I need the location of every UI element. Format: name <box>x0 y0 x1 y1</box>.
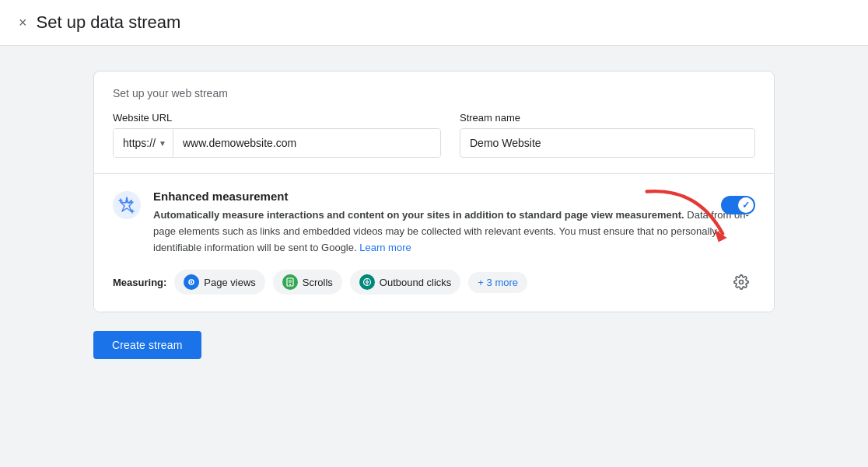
footer: Create stream <box>93 312 775 359</box>
scrolls-chip[interactable]: Scrolls <box>273 270 342 294</box>
enhanced-measurement-icon <box>113 191 141 219</box>
toggle-wrapper: ✓ <box>721 196 755 214</box>
enhanced-text-block: Enhanced measurement Automatically measu… <box>153 190 755 256</box>
enhanced-measurement-toggle[interactable]: ✓ <box>721 196 755 214</box>
main-content: Set up your web stream Website URL https… <box>0 46 868 384</box>
dialog-header: × Set up data stream <box>0 0 868 46</box>
page-views-icon <box>184 274 199 290</box>
dialog-title: Set up data stream <box>37 12 181 33</box>
url-label: Website URL <box>113 112 441 124</box>
page-views-chip[interactable]: Page views <box>174 270 264 294</box>
page-views-label: Page views <box>204 277 255 288</box>
url-form-group: Website URL https:// ▼ <box>113 112 441 158</box>
svg-point-16 <box>740 281 744 284</box>
toggle-knob: ✓ <box>738 197 754 213</box>
setup-card: Set up your web stream Website URL https… <box>93 71 775 312</box>
web-stream-section: Set up your web stream Website URL https… <box>94 71 774 174</box>
chevron-down-icon: ▼ <box>159 139 166 148</box>
toggle-check-icon: ✓ <box>742 200 750 211</box>
close-icon[interactable]: × <box>19 15 27 31</box>
url-domain-input[interactable] <box>173 129 440 157</box>
svg-point-9 <box>191 281 192 283</box>
outbound-clicks-chip[interactable]: Outbound clicks <box>350 270 461 294</box>
enhanced-title: Enhanced measurement <box>153 190 755 203</box>
scrolls-label: Scrolls <box>303 277 333 288</box>
outbound-clicks-label: Outbound clicks <box>380 277 452 288</box>
url-input-row: https:// ▼ <box>113 128 441 158</box>
create-stream-button[interactable]: Create stream <box>93 331 201 359</box>
protocol-value: https:// <box>123 137 156 149</box>
measurement-settings-button[interactable] <box>727 268 755 296</box>
protocol-select[interactable]: https:// ▼ <box>114 129 173 157</box>
measuring-row: Measuring: Page views <box>113 268 755 296</box>
section-label: Set up your web stream <box>113 87 755 99</box>
outbound-clicks-icon <box>359 274 375 290</box>
stream-name-form-group: Stream name <box>460 112 755 158</box>
more-chip[interactable]: + 3 more <box>468 272 527 293</box>
stream-name-label: Stream name <box>460 112 755 124</box>
enhanced-description: Automatically measure interactions and c… <box>153 207 755 256</box>
scrolls-icon <box>282 274 298 290</box>
stream-name-input[interactable] <box>460 128 755 158</box>
measuring-label: Measuring: <box>113 277 166 288</box>
enhanced-header: Enhanced measurement Automatically measu… <box>113 190 755 256</box>
gear-icon <box>733 274 749 290</box>
description-bold: Automatically measure interactions and c… <box>153 209 684 221</box>
learn-more-link[interactable]: Learn more <box>359 242 411 253</box>
svg-point-1 <box>113 191 141 219</box>
enhanced-measurement-section: Enhanced measurement Automatically measu… <box>94 174 774 312</box>
form-row: Website URL https:// ▼ Stream name <box>113 112 755 158</box>
